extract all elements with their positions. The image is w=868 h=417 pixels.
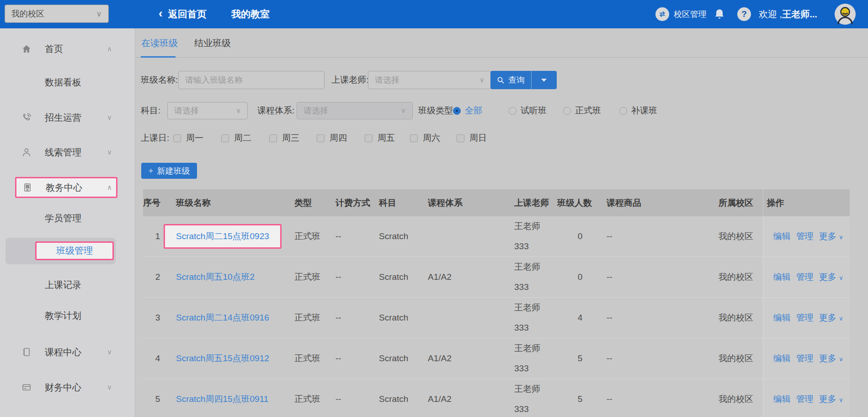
cell-billing: -- <box>332 338 375 379</box>
sidebar-selected-pill: 班级管理 <box>5 238 116 264</box>
cell-course-system <box>424 298 511 338</box>
chevron-down-icon: ∨ <box>236 107 241 115</box>
sidebar-item-academic-center[interactable]: 教务中心 ∧ <box>15 177 117 198</box>
search-dropdown-button[interactable] <box>532 71 556 89</box>
more-link[interactable]: 更多 ∨ <box>819 231 843 241</box>
sidebar-item-home[interactable]: 首页 ∧ <box>0 38 135 59</box>
checkbox-label: 周日 <box>469 132 487 144</box>
sidebar-item-finance-center[interactable]: 财务中心 ∨ <box>0 377 135 398</box>
class-name-link[interactable]: Scratch周四15点班0911 <box>176 394 268 404</box>
campus-selector-value: 我的校区 <box>11 8 44 19</box>
teacher-placeholder: 请选择 <box>375 75 399 86</box>
class-management-page: { "icons": { "back": "‹", "chevron_down"… <box>0 0 868 417</box>
radio-class-type-trial[interactable]: 试听班 <box>509 102 547 119</box>
cell-index: 2 <box>143 257 172 298</box>
manage-link[interactable]: 管理 <box>796 272 814 282</box>
sidebar-item-course-center[interactable]: 课程中心 ∨ <box>0 342 135 363</box>
edit-link[interactable]: 编辑 <box>773 231 791 241</box>
sidebar-item-data-dashboard[interactable]: 数据看板 <box>0 72 135 93</box>
cell-subject: Scratch <box>375 216 424 257</box>
checkbox-saturday[interactable]: 周六 <box>410 130 440 146</box>
more-link[interactable]: 更多 ∨ <box>819 394 843 404</box>
checkbox-label: 周一 <box>186 132 203 144</box>
more-link[interactable]: 更多 ∨ <box>819 353 843 363</box>
table-row: 2 Scratch周五10点班2 正式班 -- Scratch A1/A2 王老… <box>143 257 850 298</box>
header-teacher: 上课老师 <box>511 189 557 216</box>
course-system-select[interactable]: 请选择 ∨ <box>297 102 413 119</box>
checkbox-tuesday[interactable]: 周二 <box>221 130 251 146</box>
radio-class-type-formal[interactable]: 正式班 <box>563 102 601 119</box>
radio-unchecked-icon <box>619 107 627 115</box>
sidebar: 首页 ∧ 数据看板 招生运营 ∨ 线索管理 ∨ <box>0 28 135 417</box>
sidebar-item-enrollment[interactable]: 招生运营 ∨ <box>0 107 135 128</box>
sidebar-item-class-management[interactable]: 班级管理 <box>35 241 114 260</box>
edit-link[interactable]: 编辑 <box>773 272 791 282</box>
sidebar-item-label: 数据看板 <box>45 76 81 89</box>
more-link[interactable]: 更多 ∨ <box>819 272 843 282</box>
checkbox-friday[interactable]: 周五 <box>365 130 395 146</box>
back-to-home-link[interactable]: ‹ 返回首页 <box>159 0 207 28</box>
subject-label: 科目: <box>141 102 160 119</box>
cell-campus: 我的校区 <box>715 379 763 417</box>
checkbox-sunday[interactable]: 周日 <box>457 130 487 146</box>
campus-management-button[interactable]: 校区管理 <box>655 0 707 28</box>
radio-class-type-all[interactable]: 全部 <box>453 102 482 119</box>
edit-link[interactable]: 编辑 <box>773 394 791 404</box>
cell-campus: 我的校区 <box>715 338 763 379</box>
cell-count: 5 <box>557 338 603 379</box>
notification-bell-icon[interactable] <box>713 8 726 21</box>
sidebar-item-student-management[interactable]: 学员管理 <box>0 208 135 229</box>
help-icon[interactable]: ? <box>737 7 751 21</box>
user-avatar[interactable] <box>835 4 856 25</box>
header-subject: 科目 <box>375 189 424 216</box>
class-name-link[interactable]: Scratch周五15点班0912 <box>176 353 269 363</box>
tab-graduated-classes[interactable]: 结业班级 <box>194 28 231 58</box>
cell-type: 正式班 <box>291 216 332 257</box>
header-type: 类型 <box>291 189 332 216</box>
radio-class-type-makeup[interactable]: 补课班 <box>619 102 657 119</box>
cell-class-name: Scratch周二14点班0916 <box>172 298 291 338</box>
manage-link[interactable]: 管理 <box>796 394 814 404</box>
card-icon <box>21 382 32 393</box>
user-icon <box>21 147 32 158</box>
manage-link[interactable]: 管理 <box>796 313 814 322</box>
cell-class-name: Scratch周五10点班2 <box>172 257 291 298</box>
sidebar-item-teaching-plan[interactable]: 教学计划 <box>0 305 135 326</box>
checkbox-label: 周五 <box>378 132 395 144</box>
tab-reading-classes[interactable]: 在读班级 <box>141 28 178 58</box>
cell-course-system: A1/A2 <box>424 338 511 379</box>
edit-link[interactable]: 编辑 <box>773 313 791 322</box>
checkbox-monday[interactable]: 周一 <box>173 130 203 146</box>
search-button-group: 查询 <box>490 71 557 89</box>
search-icon <box>497 76 505 84</box>
sidebar-item-label: 教务中心 <box>46 182 82 194</box>
cell-teacher: 王老师333 <box>511 216 557 257</box>
campus-management-label: 校区管理 <box>674 9 707 20</box>
sidebar-item-leads[interactable]: 线索管理 ∨ <box>0 142 135 163</box>
search-button[interactable]: 查询 <box>490 71 532 89</box>
class-name-link[interactable]: Scratch周二15点班0923 <box>176 231 269 241</box>
checkbox-thursday[interactable]: 周四 <box>317 130 347 146</box>
manage-link[interactable]: 管理 <box>796 353 814 363</box>
checkbox-icon <box>221 134 229 142</box>
cell-subject: Scratch <box>375 257 424 298</box>
class-name-link[interactable]: Scratch周二14点班0916 <box>176 313 269 322</box>
subject-select[interactable]: 请选择 ∨ <box>167 102 248 119</box>
back-label: 返回首页 <box>168 8 207 21</box>
radio-label: 补课班 <box>631 105 657 117</box>
new-class-button[interactable]: + 新建班级 <box>141 163 197 179</box>
manage-link[interactable]: 管理 <box>796 231 814 241</box>
cell-course-system: A1/A2 <box>424 379 511 417</box>
sidebar-item-class-records[interactable]: 上课记录 <box>0 274 135 295</box>
edit-link[interactable]: 编辑 <box>773 353 791 363</box>
cell-count: 5 <box>557 379 603 417</box>
class-name-link[interactable]: Scratch周五10点班2 <box>176 272 255 282</box>
checkbox-wednesday[interactable]: 周三 <box>269 130 299 146</box>
teacher-select[interactable]: 请选择 ∨ <box>368 71 491 89</box>
notebook-icon <box>21 347 32 358</box>
more-link[interactable]: 更多 ∨ <box>819 313 843 322</box>
campus-selector[interactable]: 我的校区 ∨ <box>5 5 109 23</box>
class-name-input[interactable]: 请输入班级名称 <box>178 71 325 89</box>
building-icon <box>22 182 33 193</box>
cell-subject: Scratch <box>375 298 424 338</box>
